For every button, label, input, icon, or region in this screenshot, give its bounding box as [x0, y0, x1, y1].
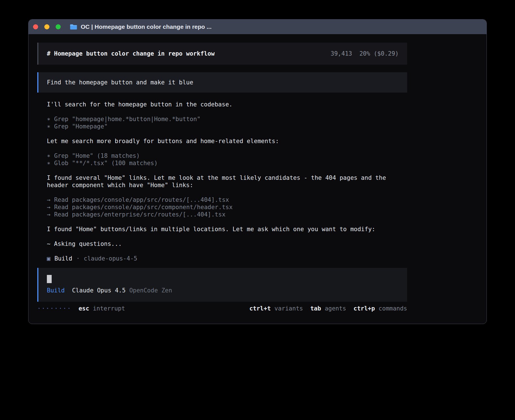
text-cursor — [47, 275, 52, 283]
model-name[interactable]: Claude Opus 4.5 — [72, 287, 126, 294]
agent-square-icon: ▣ — [47, 255, 51, 262]
tool-arrow-icon: → — [47, 204, 51, 211]
window-titlebar[interactable]: OC | Homepage button color change in rep… — [29, 19, 486, 34]
desktop-background: OC | Homepage button color change in rep… — [0, 0, 515, 420]
tool-call: ∗ Glob "**/*.tsx" (100 matches) — [47, 159, 407, 167]
window-title: OC | Homepage button color change in rep… — [81, 23, 211, 30]
folder-icon — [70, 24, 77, 30]
tool-call-group: → Read packages/console/app/src/routes/[… — [47, 196, 407, 218]
zoom-button[interactable] — [56, 24, 61, 29]
token-count: 39,413 — [331, 50, 352, 57]
conversation: I'll search for the homepage button in t… — [47, 101, 407, 262]
tool-call-text: Grep "Homepage" — [54, 123, 108, 130]
model-provider: OpenCode Zen — [129, 287, 172, 294]
tool-call-group: ∗ Grep "Home" (18 matches) ∗ Glob "**/*.… — [47, 152, 407, 167]
tool-call: → Read packages/console/app/src/componen… — [47, 204, 407, 211]
context-usage: 20% ($0.29) — [359, 50, 399, 57]
minimize-button[interactable] — [44, 24, 49, 29]
terminal-window: OC | Homepage button color change in rep… — [28, 19, 487, 324]
tool-call-text: Glob "**/*.tsx" (100 matches) — [54, 159, 158, 167]
status-bar: ········ esc interrupt ctrl+t variants t… — [37, 305, 407, 312]
agent-name: Build — [54, 255, 72, 262]
status-bar-left: ········ esc interrupt — [37, 305, 125, 312]
spinner-dots-icon: ········ — [37, 305, 71, 312]
tool-call: ∗ Grep "homepage|home.*button|Home.*butt… — [47, 115, 407, 123]
tool-bullet-icon: ∗ — [47, 152, 51, 159]
traffic-lights — [29, 24, 61, 29]
agent-separator: · — [76, 255, 80, 262]
shortcut-key: ctrl+p — [353, 305, 375, 312]
tool-call-group: ∗ Grep "homepage|home.*button|Home.*butt… — [47, 115, 407, 130]
shortcut-key: tab — [310, 305, 321, 312]
shortcut-variants: ctrl+t variants — [249, 305, 303, 312]
assistant-text: I found several "Home" links. Let me loo… — [47, 174, 407, 189]
tool-bullet-icon: ∗ — [47, 123, 51, 130]
model-selector-line[interactable]: Build Claude Opus 4.5 OpenCode Zen — [47, 287, 399, 294]
agent-model: claude-opus-4-5 — [84, 255, 138, 262]
tool-call: ∗ Grep "Home" (18 matches) — [47, 152, 407, 159]
mode-label[interactable]: Build — [47, 287, 65, 294]
terminal-content: # Homepage button color change in repo w… — [29, 34, 486, 312]
tool-call-text: Read packages/console/app/src/routes/[..… — [54, 196, 229, 204]
tool-call-text: Read packages/console/app/src/component/… — [54, 204, 233, 211]
tool-call-text: Read packages/enterprise/src/routes/[...… — [54, 211, 226, 218]
shortcut-key: ctrl+t — [249, 305, 271, 312]
shortcut-label: interrupt — [93, 305, 125, 312]
close-button[interactable] — [33, 24, 38, 29]
status-bar-right: ctrl+t variants tab agents ctrl+p comman… — [249, 305, 407, 312]
shortcut-commands: ctrl+p commands — [353, 305, 407, 312]
tool-call: ∗ Grep "Homepage" — [47, 123, 407, 130]
shortcut-label: commands — [379, 305, 407, 312]
shortcut-label: agents — [325, 305, 346, 312]
shortcut-interrupt: esc interrupt — [78, 305, 125, 312]
prompt-input[interactable]: Build Claude Opus 4.5 OpenCode Zen — [37, 268, 407, 302]
shortcut-label: variants — [274, 305, 303, 312]
tool-call: → Read packages/console/app/src/routes/[… — [47, 196, 407, 204]
tool-call: → Read packages/enterprise/src/routes/[.… — [47, 211, 407, 218]
assistant-text: I'll search for the homepage button in t… — [47, 101, 407, 108]
tool-arrow-icon: → — [47, 211, 51, 218]
assistant-text: I found "Home" buttons/links in multiple… — [47, 226, 407, 233]
user-message: Find the homepage button and make it blu… — [37, 72, 407, 93]
tool-arrow-icon: → — [47, 196, 51, 204]
tool-call-text: Grep "homepage|home.*button|Home.*button… — [54, 115, 200, 123]
window-title-group: OC | Homepage button color change in rep… — [70, 23, 211, 30]
session-title: # Homepage button color change in repo w… — [47, 50, 215, 57]
tool-bullet-icon: ∗ — [47, 159, 51, 167]
shortcut-agents: tab agents — [310, 305, 346, 312]
tool-bullet-icon: ∗ — [47, 115, 51, 123]
user-message-text: Find the homepage button and make it blu… — [47, 79, 193, 86]
assistant-text: Let me search more broadly for buttons a… — [47, 137, 407, 145]
tool-call-text: Grep "Home" (18 matches) — [54, 152, 140, 159]
session-stats: 39,413 20% ($0.29) — [331, 50, 399, 57]
agent-indicator: ▣ Build · claude-opus-4-5 — [47, 255, 407, 262]
shortcut-key: esc — [78, 305, 89, 312]
working-status: ~ Asking questions... — [47, 240, 407, 248]
session-header: # Homepage button color change in repo w… — [37, 43, 407, 65]
